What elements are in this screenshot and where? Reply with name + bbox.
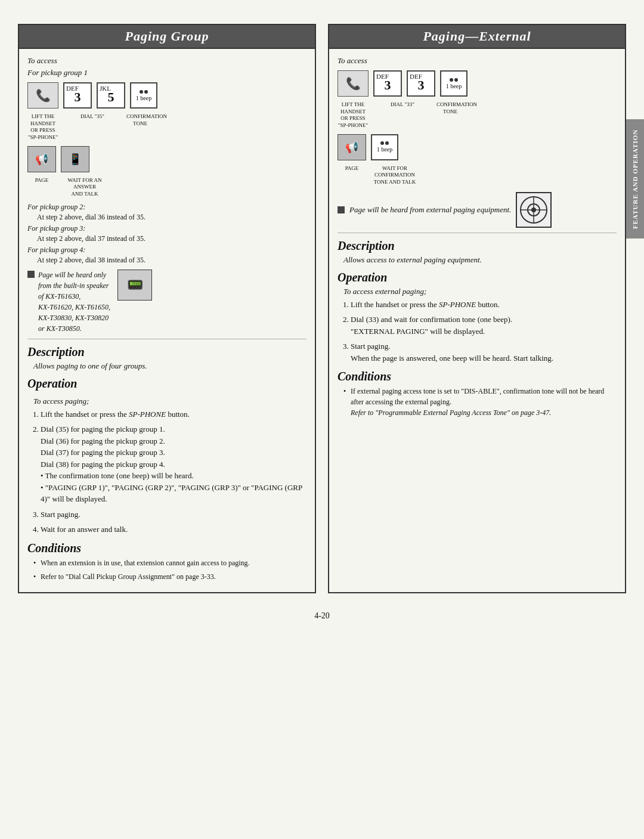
- beep-icon-right: 1 beep: [440, 70, 467, 97]
- dial-35-caption: DIAL "35": [63, 113, 122, 120]
- conditions-list-right: If external paging access tone is set to…: [343, 386, 617, 418]
- op-step-4-left: Wait for an answer and talk.: [41, 524, 306, 535]
- op-step-2-right: Dial (33) and wait for confirmation tone…: [351, 314, 617, 337]
- dial-35-icon-group: DEF 3: [63, 82, 92, 109]
- two-column-layout: Paging Group To access For pickup group …: [18, 24, 626, 593]
- page-caption-right: PAGE: [338, 165, 366, 172]
- paging-group-section: Paging Group To access For pickup group …: [18, 24, 316, 593]
- wait-icon-left: 📱: [61, 146, 89, 172]
- instruction-row-2-right: 📢 1 beep: [338, 134, 617, 160]
- paging-external-title: Paging—External: [329, 25, 625, 49]
- beep-icon-group-left: 1 beep: [130, 82, 157, 109]
- step2-36: At step 2 above, dial 36 instead of 35.: [37, 213, 306, 222]
- paging-group-content: To access For pickup group 1 📞 DEF 3: [19, 49, 315, 592]
- beep-icon-group-2-right: 1 beep: [371, 134, 398, 160]
- page-caption-left: PAGE: [27, 177, 56, 184]
- description-text-right: Allows access to external paging equipme…: [343, 255, 617, 265]
- operation-sub-right: To access external paging;: [343, 287, 617, 296]
- page-container: Paging Group To access For pickup group …: [18, 24, 626, 621]
- dial-5-icon: JKL 5: [97, 82, 125, 109]
- description-title-right: Description: [338, 239, 617, 253]
- operation-section-left: Operation To access paging; Lift the han…: [27, 377, 306, 535]
- labels-row-1: LIFT THE HANDSETOR PRESS"SP-PHONE" DIAL …: [27, 113, 306, 141]
- op-step-1-right: Lift the handset or press the SP-PHONE b…: [351, 299, 617, 311]
- op-step-2-left: Dial (35) for paging the pickup group 1.…: [41, 423, 306, 505]
- op-step-3-left: Start paging.: [41, 509, 306, 521]
- pickup-3-note: For pickup group 3:: [27, 224, 306, 233]
- labels-row-2-right: PAGE WAIT FOR CONFIRMATIONTONE AND TALK: [338, 165, 617, 186]
- divider-left: [27, 339, 306, 339]
- wait-icon-group-left: 📱: [61, 146, 89, 172]
- lift-handset-caption-left: LIFT THE HANDSETOR PRESS"SP-PHONE": [27, 113, 58, 141]
- dial-33-icon: DEF 3: [407, 70, 435, 97]
- page-icon-group-left: 📢: [27, 146, 56, 172]
- description-title-left: Description: [27, 345, 306, 359]
- page-icon-left: 📢: [27, 146, 56, 172]
- svg-point-4: [531, 208, 536, 212]
- op-step-3-right: Start paging. When the page is answered,…: [351, 340, 617, 364]
- conditions-section-right: Conditions If external paging access ton…: [338, 370, 617, 418]
- step2-37: At step 2 above, dial 37 instead of 35.: [37, 234, 306, 243]
- lift-handset-caption-right: LIFT THE HANDSETOR PRESS"SP-PHONE": [338, 101, 369, 129]
- instruction-row-2: 📢 📱: [27, 146, 306, 172]
- dial-33-def-group: DEF 3: [373, 70, 402, 97]
- handset-icon-group-right: 📞: [338, 70, 369, 97]
- step2-38: At step 2 above, dial 38 instead of 35.: [37, 256, 306, 265]
- op-step-1-left: Lift the handset or press the SP-PHONE b…: [41, 408, 306, 420]
- wait-caption-right: WAIT FOR CONFIRMATIONTONE AND TALK: [371, 165, 419, 186]
- conditions-list-left: When an extension is in use, that extens…: [33, 558, 306, 582]
- paging-ext-note: Page will be heard from external paging …: [338, 192, 617, 228]
- operation-sub-left: To access paging;: [33, 397, 306, 406]
- conditions-section-left: Conditions When an extension is in use, …: [27, 541, 306, 582]
- note-square-right: [338, 206, 345, 213]
- for-pickup-1: For pickup group 1: [27, 68, 306, 78]
- paging-ext-note-text: Page will be heard from external paging …: [349, 205, 511, 215]
- operation-title-right: Operation: [338, 271, 617, 284]
- operation-title-left: Operation: [27, 377, 306, 391]
- dial-35-icon: DEF 3: [63, 82, 92, 109]
- paging-external-section: Paging—External To access 📞 DEF 3: [328, 24, 626, 593]
- dial-33-icon-group: DEF 3: [407, 70, 435, 97]
- handset-icon-group-left: 📞: [27, 82, 58, 109]
- confirm-tone-caption-left: CONFIRMATIONTONE: [126, 113, 154, 127]
- confirm-tone-caption-right: CONFIRMATIONTONE: [436, 101, 464, 115]
- wait-caption-left: WAIT FOR ANANSWERAND TALK: [61, 177, 109, 198]
- to-access-left: To access: [27, 56, 306, 66]
- labels-row-2: PAGE WAIT FOR ANANSWERAND TALK: [27, 177, 306, 198]
- instruction-row-1-right: 📞 DEF 3 DEF 3: [338, 70, 617, 97]
- handset-icon-left: 📞: [27, 82, 58, 109]
- operation-list-left: Lift the handset or press the SP-PHONE b…: [41, 408, 306, 535]
- speaker-note-text: Page will be heard only from the built-i…: [38, 270, 110, 334]
- beep-icon-group-right: 1 beep: [440, 70, 467, 97]
- beep-icon-left: 1 beep: [130, 82, 157, 109]
- bullet-square-left: [27, 271, 35, 278]
- dial-5-icon-group: JKL 5: [97, 82, 125, 109]
- pickup-2-note: For pickup group 2:: [27, 203, 306, 212]
- page-number: 4-20: [314, 611, 330, 621]
- page-icon-right: 📢: [338, 134, 366, 160]
- operation-list-right: Lift the handset or press the SP-PHONE b…: [351, 299, 617, 364]
- condition-1-right: If external paging access tone is set to…: [343, 386, 617, 418]
- conditions-title-left: Conditions: [27, 541, 306, 555]
- beep-icon-2-right: 1 beep: [371, 134, 398, 160]
- condition-2-left: Refer to "Dial Call Pickup Group Assignm…: [33, 571, 306, 582]
- speaker-icon-left: 📟: [117, 270, 152, 301]
- description-section-right: Description Allows access to external pa…: [338, 239, 617, 265]
- paging-group-title: Paging Group: [19, 25, 315, 49]
- dial-33-def-icon: DEF 3: [373, 70, 402, 97]
- bottom-area: 4-20: [18, 611, 626, 621]
- speaker-ext-icon: [516, 192, 552, 228]
- condition-1-left: When an extension is in use, that extens…: [33, 558, 306, 568]
- description-text-left: Allows paging to one of four groups.: [33, 361, 306, 371]
- labels-row-1-right: LIFT THE HANDSETOR PRESS"SP-PHONE" DIAL …: [338, 101, 617, 129]
- speaker-ext-svg: [519, 195, 549, 225]
- instruction-row-1: 📞 DEF 3 JKL 5: [27, 82, 306, 109]
- paging-external-content: To access 📞 DEF 3 DEF: [329, 49, 625, 428]
- handset-icon-right: 📞: [338, 70, 369, 97]
- to-access-right: To access: [338, 56, 617, 66]
- conditions-title-right: Conditions: [338, 370, 617, 383]
- speaker-note-row: Page will be heard only from the built-i…: [27, 270, 306, 334]
- divider-right: [338, 233, 617, 233]
- page-icon-group-right: 📢: [338, 134, 366, 160]
- dial-33-caption: DIAL "33": [373, 101, 432, 109]
